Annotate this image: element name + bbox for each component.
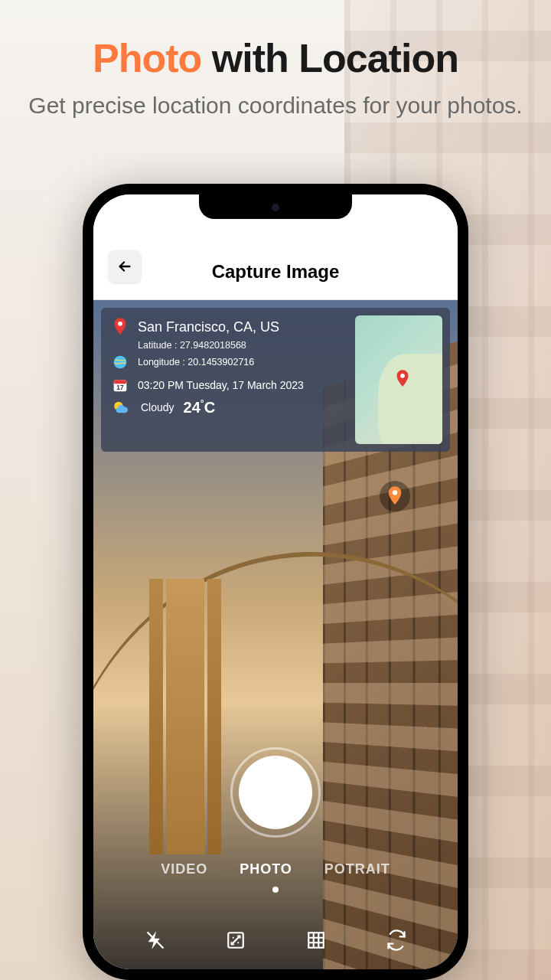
flash-button[interactable] [142,926,169,954]
header-title: Capture Image [93,261,458,283]
phone-screen: Capture Image San Francisco, CA, US Lati… [93,194,458,969]
phone-notch [199,194,352,219]
grid-icon [306,930,326,950]
location-pin-icon [386,486,403,506]
refresh-icon [386,929,407,951]
calendar-icon: 17 [112,377,129,394]
promo-title-accent: Photo [93,36,201,80]
phone-frame: Capture Image San Francisco, CA, US Lati… [83,184,468,980]
temperature-label: 24°C [184,398,216,416]
datetime-label: 03:20 PM Tuesday, 17 March 2023 [138,379,304,391]
promo-title-rest: with Location [201,36,458,80]
longitude-row: Longitude : 20.1453902716 [138,357,254,368]
camera-viewfinder: San Francisco, CA, US Latitude : 27.9482… [93,300,458,969]
scene-bridge-tower [139,548,231,854]
svg-text:17: 17 [116,384,124,391]
mode-video[interactable]: VIDEO [161,861,207,877]
svg-point-1 [114,356,127,369]
camera-toolbar [93,926,458,954]
weather-label: Cloudy [141,401,174,413]
mini-map[interactable] [355,315,442,444]
svg-point-6 [400,374,405,378]
location-marker-button[interactable] [380,481,410,511]
mode-photo[interactable]: PHOTO [240,861,292,877]
switch-camera-button[interactable] [383,926,410,954]
globe-icon [112,354,129,371]
weather-icon [112,399,132,416]
grid-button[interactable] [302,926,330,954]
mode-selector: VIDEO PHOTO POTRAIT [93,861,458,877]
expand-icon [226,930,246,950]
mode-portrait[interactable]: POTRAIT [324,861,390,877]
map-pin-icon [395,369,410,389]
svg-point-7 [393,490,397,495]
resize-button[interactable] [222,926,249,954]
city-label: San Francisco, CA, US [138,319,279,335]
back-button[interactable] [109,250,141,283]
arrow-left-icon [116,258,133,275]
promo-subtitle: Get precise location coordinates for you… [0,90,551,120]
shutter-button[interactable] [230,747,321,838]
mode-indicator-dot [272,887,279,893]
flash-off-icon [145,929,166,951]
promo-title: Photo with Location [0,35,551,81]
pin-icon [112,318,129,335]
location-overlay: San Francisco, CA, US Latitude : 27.9482… [101,308,450,452]
svg-point-0 [118,322,122,326]
svg-rect-10 [308,933,324,948]
